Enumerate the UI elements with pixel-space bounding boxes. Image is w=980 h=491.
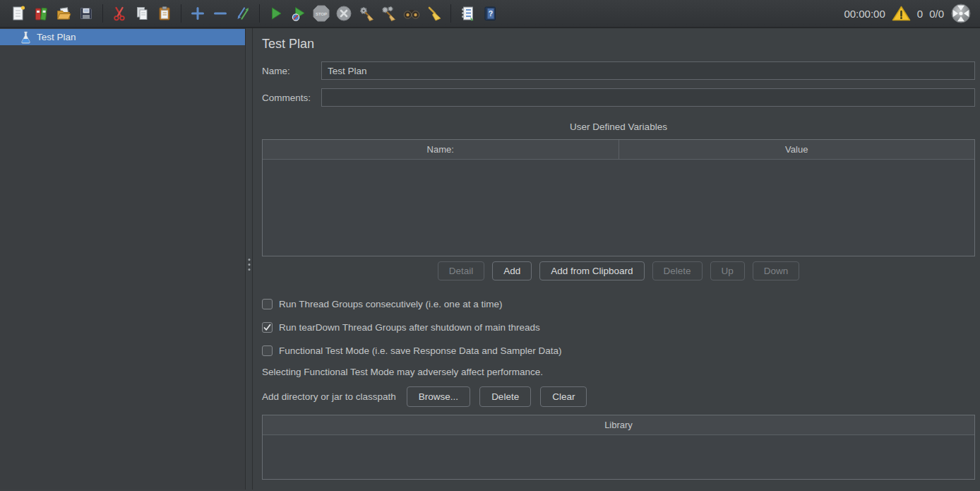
shutdown-button: [334, 4, 354, 23]
detail-button: Detail: [438, 261, 485, 280]
cut-button[interactable]: [109, 4, 129, 23]
stop-button: STOP: [311, 4, 331, 23]
clear-classpath-button[interactable]: Clear: [540, 386, 587, 407]
split-pane-divider[interactable]: [245, 28, 253, 490]
start-icon: [268, 5, 285, 22]
start-no-timers-button[interactable]: [289, 4, 309, 23]
log-error-count[interactable]: 0: [917, 8, 923, 20]
test-state-indicator-icon: [950, 3, 972, 24]
add-button[interactable]: Add: [492, 261, 532, 280]
name-field-row: Name:: [262, 61, 975, 80]
search-reset-button[interactable]: [424, 4, 444, 23]
thread-counts: 0/0: [929, 8, 944, 20]
comments-field-row: Comments:: [262, 88, 975, 107]
templates-button[interactable]: [31, 4, 51, 23]
test-plan-tree: Test Plan: [0, 28, 245, 490]
warning-icon[interactable]: [892, 5, 911, 22]
library-table-body[interactable]: [263, 435, 974, 479]
paste-icon: [156, 5, 173, 22]
search-reset-broom-icon: [426, 5, 443, 22]
toolbar: STOP: [0, 0, 980, 28]
functional-test-mode-checkbox-row[interactable]: Functional Test Mode (i.e. save Response…: [262, 345, 975, 356]
udv-column-name: Name:: [263, 140, 619, 159]
new-file-icon: [10, 5, 27, 22]
open-file-button[interactable]: [54, 4, 73, 23]
up-button: Up: [710, 261, 745, 280]
start-no-timers-icon: [290, 5, 307, 22]
toolbar-status-area: 00:00:00 0 0/0: [844, 3, 973, 24]
svg-text:STOP: STOP: [316, 12, 327, 16]
run-consecutively-checkbox-row[interactable]: Run Thread Groups consecutively (i.e. on…: [262, 299, 975, 309]
save-button[interactable]: [76, 4, 96, 23]
browse-button[interactable]: Browse...: [407, 386, 470, 407]
udv-table-body[interactable]: [263, 160, 974, 256]
checkbox-checked-icon[interactable]: [262, 322, 273, 333]
tree-item-test-plan[interactable]: Test Plan: [0, 29, 245, 45]
toggle-button[interactable]: [233, 4, 253, 23]
run-teardown-checkbox-row[interactable]: Run tearDown Thread Groups after shutdow…: [262, 322, 975, 333]
minus-icon: [212, 5, 229, 22]
help-button[interactable]: ?: [480, 4, 500, 23]
classpath-label: Add directory or jar to classpath: [262, 391, 396, 402]
clear-button[interactable]: [357, 4, 376, 23]
copy-button[interactable]: [132, 4, 152, 23]
copy-icon: [133, 5, 150, 22]
test-plan-panel: Test Plan Name: Comments: User Defined V…: [253, 28, 980, 490]
classpath-row: Add directory or jar to classpath Browse…: [262, 386, 975, 407]
library-table-header: Library: [263, 415, 974, 435]
test-plan-flask-icon: [20, 31, 31, 44]
templates-icon: [32, 5, 49, 22]
search-button[interactable]: [402, 4, 422, 23]
toolbar-separator: [450, 4, 451, 23]
clear-all-button[interactable]: [379, 4, 399, 23]
svg-text:?: ?: [489, 9, 493, 18]
help-icon: ?: [482, 5, 498, 22]
toggle-arrows-icon: [234, 5, 251, 22]
functional-test-mode-label: Functional Test Mode (i.e. save Response…: [279, 345, 561, 356]
stop-icon: STOP: [312, 4, 330, 23]
new-file-button[interactable]: [8, 4, 28, 23]
udv-table-header: Name: Value: [263, 140, 974, 160]
run-consecutively-label: Run Thread Groups consecutively (i.e. on…: [279, 299, 502, 309]
save-icon: [78, 5, 95, 22]
down-button: Down: [753, 261, 800, 280]
clear-icon: [358, 5, 375, 22]
udv-section-title: User Defined Variables: [262, 122, 975, 132]
checkbox-unchecked-icon[interactable]: [262, 299, 273, 309]
function-helper-button[interactable]: [458, 4, 477, 23]
shutdown-icon: [335, 5, 352, 22]
plus-icon: [189, 5, 206, 22]
function-helper-icon: [459, 5, 476, 22]
name-input[interactable]: [321, 61, 975, 80]
content-area: Test Plan Test Plan Name: Comments: User…: [0, 28, 980, 490]
udv-column-value: Value: [619, 140, 975, 159]
cut-icon: [111, 5, 128, 22]
checkbox-unchecked-icon[interactable]: [262, 345, 273, 356]
toolbar-separator: [181, 4, 181, 23]
start-button[interactable]: [266, 4, 286, 23]
open-file-icon: [55, 5, 72, 22]
search-binoculars-icon: [402, 5, 421, 22]
user-defined-variables-table: Name: Value: [262, 139, 975, 256]
toolbar-separator: [259, 4, 260, 23]
clear-all-icon: [381, 5, 398, 22]
collapse-all-button[interactable]: [210, 4, 230, 23]
library-table: Library: [262, 415, 975, 480]
toolbar-separator: [102, 4, 103, 23]
delete-variable-button: Delete: [652, 261, 703, 280]
expand-all-button[interactable]: [188, 4, 208, 23]
paste-button[interactable]: [155, 4, 174, 23]
splitter-grip-icon[interactable]: [248, 259, 250, 271]
run-teardown-label: Run tearDown Thread Groups after shutdow…: [279, 322, 540, 333]
comments-label: Comments:: [262, 93, 321, 103]
elapsed-time: 00:00:00: [844, 8, 885, 20]
page-title: Test Plan: [262, 37, 975, 52]
name-label: Name:: [262, 66, 321, 76]
comments-input[interactable]: [321, 88, 975, 107]
add-from-clipboard-button[interactable]: Add from Clipboard: [539, 261, 644, 280]
udv-button-row: Detail Add Add from Clipboard Delete Up …: [262, 261, 975, 280]
delete-classpath-button[interactable]: Delete: [479, 386, 531, 407]
functional-mode-note: Selecting Functional Test Mode may adver…: [262, 367, 975, 377]
tree-item-label: Test Plan: [37, 32, 76, 42]
